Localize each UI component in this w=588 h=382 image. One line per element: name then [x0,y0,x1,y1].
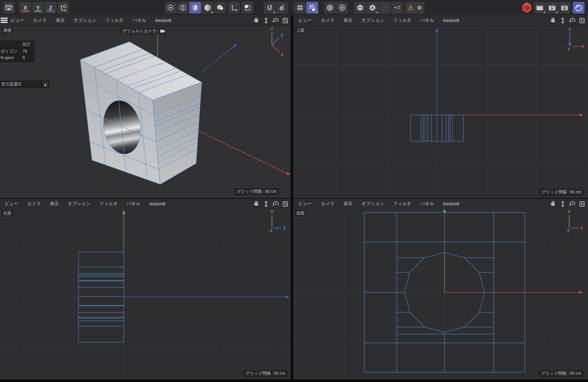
render-to-viewer-button[interactable] [546,2,558,14]
menu-options[interactable]: オプション [362,18,384,23]
menu-view[interactable]: ビュー [5,201,18,207]
camera-icon-button[interactable] [159,28,166,35]
horizontal-splitter[interactable] [0,198,588,199]
maximize-viewport-icon[interactable] [282,17,289,24]
workplane-mode-button[interactable] [242,2,253,14]
viewport-top[interactable]: 上面 Z Y X グリッド間隔 : 50 cm [293,26,588,198]
redshift-render-view-button[interactable] [521,2,533,14]
menubar-front-view: ビュー カメラ 表示 オプション フィルタ パネル Redshift [293,199,588,209]
menu-camera[interactable]: カメラ [321,201,335,207]
menu-display[interactable]: 表示 [344,18,353,23]
viewport-perspective[interactable]: 透視 合計 ポリゴン 76 N-gons 8 長方形選択 デフォルトカメラ [0,26,291,198]
menu-options[interactable]: オプション [362,201,384,207]
gizmo-x-label: X [581,44,584,49]
viewport-front[interactable]: 前面 Y Z X グリッド間隔 : 50 cm [293,209,588,379]
quantize-grid-button[interactable] [294,2,306,14]
maximize-viewport-icon[interactable] [579,17,586,24]
viewport-right[interactable]: 右面 Y X Z グリッド間隔 : 50 cm [0,209,291,379]
menu-view[interactable]: ビュー [11,18,24,23]
x-axis-button[interactable]: X [19,2,31,14]
dolly-zoom-icon[interactable] [559,200,566,208]
snap-magnet-button[interactable] [264,2,275,14]
dolly-zoom-icon[interactable] [559,17,566,24]
menu-redshift[interactable]: Redshift [443,201,459,206]
menu-redshift[interactable]: Redshift [149,201,166,206]
z-axis-button[interactable]: Z [45,2,56,14]
front-view-canvas[interactable] [293,209,588,379]
render-view-button[interactable] [534,2,546,14]
recycle-settings-button[interactable] [405,2,425,14]
y-axis-button[interactable]: Y [32,2,44,14]
point-mode-button[interactable] [165,2,176,14]
rotate-view-icon[interactable] [569,200,576,208]
menu-panel[interactable]: パネル [420,201,434,207]
render-settings-button[interactable] [559,2,570,14]
axis-mode-icon [230,4,238,11]
menu-view[interactable]: ビュー [298,18,312,23]
maximize-viewport-icon[interactable] [579,200,586,208]
edge-mode-button[interactable] [177,2,189,14]
menu-display[interactable]: 表示 [56,18,65,23]
menu-options[interactable]: オプション [68,201,91,207]
annotation-a-button[interactable]: A [367,2,378,14]
menu-panel[interactable]: パネル [420,18,434,23]
perspective-canvas[interactable] [0,26,291,198]
menu-filter[interactable]: フィルタ [393,18,411,23]
pan-hand-icon[interactable] [253,200,260,208]
object-mode-button[interactable] [214,2,226,14]
gizmo-z-label: Z [281,33,283,38]
menu-redshift[interactable]: Redshift [155,18,171,23]
grid-spacing-label: グリッド間隔 : 50 cm [243,370,288,377]
gear-circle-button[interactable] [336,2,348,14]
menu-panel[interactable]: パネル [133,18,146,23]
redshift-ball-button[interactable] [573,2,584,14]
axis-mode-button[interactable] [228,2,240,14]
cube-object[interactable] [80,42,202,184]
menu-filter[interactable]: フィルタ [106,18,123,23]
content-browser-button[interactable] [3,2,15,14]
flyout-triangle [315,11,318,13]
menu-display[interactable]: 表示 [50,201,59,207]
rotate-view-icon[interactable] [272,200,279,208]
rotate-view-icon[interactable] [272,17,279,24]
menu-camera[interactable]: カメラ [321,18,335,23]
rotate-view-icon[interactable] [569,17,576,24]
dolly-zoom-icon[interactable] [263,200,270,208]
hidden-dotted-button[interactable] [379,2,391,14]
axis-gizmo-top: Z Y X [562,27,585,52]
menu-redshift[interactable]: Redshift [443,18,459,23]
menu-view[interactable]: ビュー [298,201,312,207]
maximize-viewport-icon[interactable] [282,200,289,208]
menu-options[interactable]: オプション [74,18,96,23]
menu-filter[interactable]: フィルタ [100,201,118,207]
polygon-mode-button[interactable] [189,2,201,14]
menu-panel[interactable]: パネル [127,201,140,207]
solo-eye-button[interactable] [391,2,403,14]
eye-hexagon-button[interactable] [354,2,366,14]
top-view-canvas[interactable] [293,26,588,198]
workplane-axis-button[interactable] [57,2,69,14]
pan-hand-icon[interactable] [253,17,260,24]
vertical-splitter[interactable] [291,15,293,379]
viewport-menu-icon[interactable] [1,18,8,24]
camera-name-label[interactable]: デフォルトカメラ [120,28,159,35]
grid-spacing-label: グリッド間隔 : 50 cm [539,189,584,196]
right-view-canvas[interactable] [0,209,291,379]
snap-settings-button[interactable] [276,2,288,14]
model-mode-button[interactable] [202,2,213,14]
flyout-triangle [273,11,275,13]
menu-filter[interactable]: フィルタ [393,201,411,207]
menu-camera[interactable]: カメラ [27,201,41,207]
redshift-render-view-icon [521,2,533,14]
grid-lock-button[interactable] [306,2,318,14]
y-axis-label: Y [36,5,40,11]
y-axis-underline [34,11,41,12]
menu-camera[interactable]: カメラ [33,18,47,23]
pan-hand-icon[interactable] [549,17,557,24]
pan-hand-icon[interactable] [549,200,557,208]
rectangle-select-icon[interactable] [43,81,49,87]
viewport-label-front: 前面 [294,210,307,217]
target-circles-button[interactable] [324,2,336,14]
menu-display[interactable]: 表示 [344,201,353,207]
dolly-zoom-icon[interactable] [263,17,270,24]
